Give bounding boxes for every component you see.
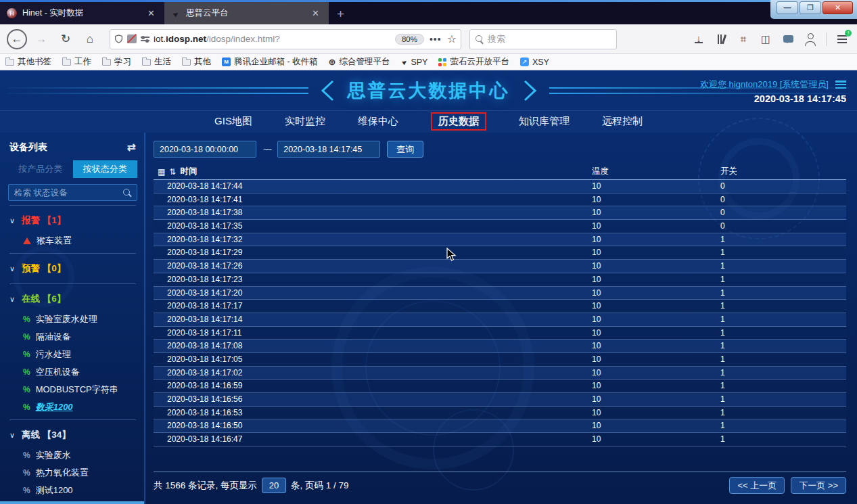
tree-group-alarm[interactable]: ∨报警 【1】 [8, 209, 137, 232]
device-item[interactable]: %隔油设备 [8, 328, 137, 346]
menu-icon[interactable]: ↑ [835, 32, 849, 46]
table-row[interactable]: 2020-03-18 14:16:50101 [154, 419, 846, 433]
device-item[interactable]: 猴车装置 [8, 232, 137, 250]
table-row[interactable]: 2020-03-18 14:17:02101 [154, 367, 846, 380]
search-icon[interactable] [123, 189, 131, 197]
table-row[interactable]: 2020-03-18 14:17:08101 [154, 340, 846, 353]
tab-by-status[interactable]: 按状态分类 [73, 160, 138, 178]
table-row[interactable]: 2020-03-18 14:17:26101 [154, 260, 846, 273]
column-header-time[interactable]: 时间 [180, 166, 197, 177]
table-row[interactable]: 2020-03-18 14:17:11101 [154, 327, 846, 340]
device-item[interactable]: %MODBUSTCP字符串 [8, 381, 137, 398]
table-row[interactable]: 2020-03-18 14:16:53101 [154, 407, 846, 420]
browser-tab-hinet[interactable]: H Hinet - 实时数据 ✕ [0, 2, 164, 24]
list-menu-icon[interactable] [835, 81, 846, 89]
table-row[interactable]: 2020-03-18 14:17:32101 [154, 233, 846, 247]
search-bar[interactable]: 搜索 [469, 29, 617, 49]
restore-button[interactable]: ❐ [800, 1, 821, 14]
library-icon[interactable] [714, 32, 728, 46]
group-label: 在线 【6】 [22, 293, 66, 305]
device-sidebar: 设备列表 ⇄ 按产品分类 按状态分类 ∨报警 【1】猴车装置∨预警 【0】∨在线… [0, 133, 145, 504]
reload-button[interactable]: ↻ [55, 29, 76, 49]
page-size-input[interactable] [262, 478, 286, 493]
next-page-button[interactable]: 下一页 >> [791, 477, 846, 494]
bookmark-star-icon[interactable]: ☆ [447, 32, 457, 45]
bookmark-item[interactable]: 生活 [142, 56, 171, 68]
columns-grid-icon[interactable]: ▦ [158, 167, 165, 177]
bookmark-item[interactable]: M腾讯企业邮箱 - 收件箱 [222, 56, 318, 68]
start-datetime-input[interactable] [154, 141, 256, 158]
browser-tab-sipu[interactable]: ► 思普云平台 ✕ [164, 2, 329, 24]
nav-tab-knowledge[interactable]: 知识库管理 [519, 115, 570, 128]
tree-group-online[interactable]: ∨在线 【6】 [8, 288, 137, 311]
table-row[interactable]: 2020-03-18 14:17:38100 [154, 206, 846, 220]
device-item[interactable]: %空压机设备 [8, 363, 137, 381]
nav-tab-history[interactable]: 历史数据 [431, 112, 486, 131]
permissions-icon[interactable] [141, 35, 149, 43]
address-bar[interactable]: iot.idosp.net/idosp/index.html? 80% ••• … [110, 29, 461, 49]
end-datetime-input[interactable] [277, 141, 380, 158]
table-row[interactable]: 2020-03-18 14:17:05101 [154, 353, 846, 367]
zoom-level-badge[interactable]: 80% [395, 34, 424, 45]
messages-icon[interactable] [781, 32, 795, 46]
device-item[interactable]: %实验室废水处理 [8, 311, 137, 328]
device-search-box[interactable] [8, 184, 137, 201]
new-tab-button[interactable]: + [329, 7, 352, 24]
nav-tab-realtime[interactable]: 实时监控 [285, 115, 325, 128]
table-row[interactable]: 2020-03-18 14:16:59101 [154, 380, 846, 393]
device-search-input[interactable] [14, 188, 123, 198]
tree-group-warn[interactable]: ∨预警 【0】 [8, 257, 137, 280]
table-row[interactable]: 2020-03-18 14:16:56101 [154, 393, 846, 407]
table-row[interactable]: 2020-03-18 14:17:17101 [154, 300, 846, 313]
sort-icon[interactable]: ⇅ [169, 167, 176, 177]
table-row[interactable]: 2020-03-18 14:16:47101 [154, 433, 846, 446]
device-item[interactable]: %测试1200 [8, 482, 137, 499]
tracking-shield-icon[interactable] [114, 34, 123, 44]
nav-tab-remote[interactable]: 远程控制 [602, 115, 643, 128]
plugin-blocked-icon[interactable] [127, 35, 137, 43]
table-row[interactable]: 2020-03-18 14:17:14101 [154, 313, 846, 327]
bookmark-item[interactable]: 工作 [62, 56, 91, 68]
query-button[interactable]: 查询 [387, 141, 423, 158]
sidebar-toggle-icon[interactable]: ◫ [759, 32, 772, 46]
table-cell: 2020-03-18 14:16:47 [154, 433, 592, 446]
column-header-switch[interactable]: 开关 [720, 166, 846, 177]
nav-tab-gis[interactable]: GIS地图 [214, 115, 252, 128]
bookmark-item[interactable]: 其他 [182, 56, 211, 68]
table-row[interactable]: 2020-03-18 14:17:23101 [154, 273, 846, 287]
bookmark-item[interactable]: ►SPY [401, 58, 428, 67]
tab-by-product[interactable]: 按产品分类 [8, 160, 73, 178]
url-text[interactable]: iot.idosp.net/idosp/index.html? [154, 34, 391, 44]
nav-tab-maintenance[interactable]: 维保中心 [358, 115, 398, 128]
screenshot-icon[interactable]: ⌗ [737, 32, 750, 46]
device-item[interactable]: %热力氧化装置 [8, 464, 137, 482]
page-actions-icon[interactable]: ••• [428, 34, 443, 45]
minimize-button[interactable]: — [777, 1, 798, 14]
table-row[interactable]: 2020-03-18 14:17:35100 [154, 220, 846, 233]
bookmark-item[interactable]: 其他书签 [5, 56, 51, 68]
table-row[interactable]: 2020-03-18 14:17:41100 [154, 193, 846, 207]
column-header-temperature[interactable]: 温度 [592, 166, 720, 177]
bookmark-item[interactable]: ⊕综合管理平台 [329, 56, 390, 68]
swap-arrows-icon[interactable]: ⇄ [127, 141, 136, 154]
close-icon[interactable]: ✕ [309, 8, 322, 18]
table-row[interactable]: 2020-03-18 14:17:20101 [154, 287, 846, 300]
close-icon[interactable]: ✕ [145, 8, 158, 18]
account-icon[interactable] [804, 32, 817, 46]
bookmark-item[interactable]: 学习 [102, 56, 131, 68]
bookmark-item[interactable]: ↗XSY [520, 58, 549, 67]
prev-page-button[interactable]: << 上一页 [729, 477, 785, 494]
home-button[interactable]: ⌂ [80, 29, 100, 49]
device-item[interactable]: %数采1200 [8, 398, 137, 416]
back-button[interactable]: ← [7, 29, 27, 49]
downloads-icon[interactable]: ↓ [692, 32, 705, 46]
table-row[interactable]: 2020-03-18 14:17:44100 [154, 180, 846, 193]
close-window-button[interactable]: ✕ [823, 1, 853, 14]
device-item[interactable]: %测试200 [8, 499, 137, 504]
forward-button[interactable]: → [31, 29, 51, 49]
device-item[interactable]: %实验废水 [8, 446, 137, 464]
bookmark-item[interactable]: 萤石云开放平台 [438, 56, 509, 68]
tree-group-offline[interactable]: ∨离线 【34】 [8, 423, 137, 446]
device-item[interactable]: %污水处理 [8, 346, 137, 363]
table-row[interactable]: 2020-03-18 14:17:29101 [154, 246, 846, 260]
